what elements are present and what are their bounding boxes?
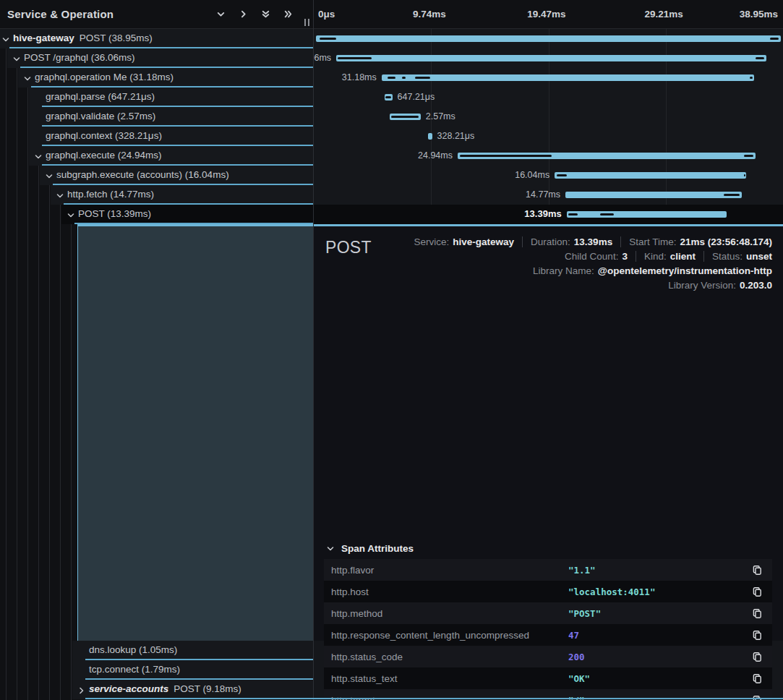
field-value: client bbox=[670, 251, 696, 262]
chevron-down-icon[interactable] bbox=[34, 151, 43, 160]
span-bar[interactable] bbox=[385, 94, 393, 101]
tree-row[interactable]: graphql.execute (24.94ms) bbox=[0, 146, 314, 166]
tree-row[interactable]: hive-gatewayPOST (38.95ms) bbox=[0, 29, 314, 48]
tree-row-label: graphql.parse (647.21μs) bbox=[46, 88, 155, 107]
copy-icon[interactable] bbox=[750, 628, 763, 641]
span-bar[interactable] bbox=[567, 211, 727, 218]
attribute-key: http.status_text bbox=[331, 673, 568, 684]
timeline-row[interactable] bbox=[314, 29, 783, 48]
trace-viewer: Service & Operation hive-gatewayPOST (38… bbox=[0, 0, 783, 700]
double-chevron-right-icon[interactable] bbox=[283, 9, 293, 20]
copy-icon[interactable] bbox=[750, 672, 763, 685]
attribute-key: http.status_code bbox=[331, 652, 568, 662]
span-bar[interactable] bbox=[316, 35, 781, 42]
tree-row[interactable]: POST /graphql (36.06ms) bbox=[0, 48, 314, 68]
copy-icon[interactable] bbox=[750, 607, 763, 620]
chevron-down-icon[interactable] bbox=[67, 210, 75, 218]
axis-tick-label: 19.47ms bbox=[527, 0, 565, 29]
chevron-down-icon bbox=[326, 545, 335, 553]
chevron-down-icon[interactable] bbox=[12, 54, 21, 62]
field-label: Duration: bbox=[531, 236, 570, 247]
field-label: Kind: bbox=[644, 251, 667, 262]
timeline-row[interactable]: 13.39ms bbox=[314, 205, 783, 224]
attribute-row: http.response_content_length_uncompresse… bbox=[324, 624, 772, 646]
timeline-row[interactable]: 14.77ms bbox=[314, 185, 783, 205]
tree-row[interactable]: graphql.context (328.21μs) bbox=[0, 127, 314, 146]
critical-path-mark bbox=[320, 38, 336, 40]
critical-path-mark bbox=[415, 77, 430, 79]
span-bar[interactable] bbox=[565, 192, 742, 198]
critical-path-mark bbox=[600, 213, 614, 215]
tree-row-label: POST (13.39ms) bbox=[78, 205, 151, 224]
tree-row[interactable]: dns.lookup (1.05ms) bbox=[0, 641, 314, 660]
attribute-row: http.flavor"1.1" bbox=[324, 559, 772, 581]
attribute-value: "POST" bbox=[568, 608, 750, 619]
tree-row[interactable]: service-accountsPOST (9.18ms) bbox=[0, 680, 314, 699]
service-name: hive-gateway bbox=[13, 33, 74, 43]
field-label: Library Version: bbox=[668, 280, 736, 291]
double-chevron-down-icon[interactable] bbox=[260, 9, 270, 20]
tree-row[interactable]: POST (13.39ms) bbox=[0, 205, 314, 224]
tree-row[interactable]: subgraph.execute (accounts) (16.04ms) bbox=[0, 166, 314, 185]
tree-row-label: graphql.operation Me (31.18ms) bbox=[35, 68, 174, 88]
critical-path-mark bbox=[744, 155, 753, 157]
tree-row[interactable]: tcp.connect (1.79ms) bbox=[0, 660, 314, 680]
field-divider bbox=[522, 236, 523, 247]
span-bar[interactable] bbox=[382, 74, 754, 81]
span-duration-label: 14.77ms bbox=[526, 185, 560, 205]
timeline-row[interactable]: 2.57ms bbox=[314, 107, 783, 127]
timeline-row[interactable]: 328.21μs bbox=[314, 127, 783, 146]
chevron-down-icon[interactable] bbox=[45, 171, 54, 179]
tree-row-label: hive-gatewayPOST (38.95ms) bbox=[13, 29, 153, 48]
field-divider bbox=[620, 236, 621, 247]
span-attributes-header[interactable]: Span Attributes bbox=[326, 543, 414, 554]
chevron-right-icon[interactable] bbox=[238, 9, 248, 20]
span-bar[interactable] bbox=[428, 133, 432, 140]
span-detail-title: POST bbox=[325, 238, 372, 257]
tree-row[interactable]: graphql.validate (2.57ms) bbox=[0, 107, 314, 127]
timeline-row[interactable]: 647.21μs bbox=[314, 88, 783, 107]
span-bar[interactable] bbox=[390, 114, 420, 120]
tree-row-label: graphql.context (328.21μs) bbox=[46, 127, 162, 146]
span-bar[interactable] bbox=[458, 153, 756, 159]
copy-icon[interactable] bbox=[750, 650, 763, 663]
chevron-down-icon[interactable] bbox=[215, 9, 226, 20]
chevron-right-icon[interactable] bbox=[77, 685, 86, 693]
span-duration-label: 24.94ms bbox=[418, 146, 453, 166]
span-detail-panel: POST Service:hive-gatewayDuration:13.39m… bbox=[314, 224, 783, 641]
attribute-value: "OK" bbox=[568, 673, 750, 684]
axis-tick-label: 38.95ms bbox=[740, 0, 778, 29]
field-label: Start Time: bbox=[629, 236, 676, 247]
tree-row-label: http.fetch (14.77ms) bbox=[67, 185, 154, 205]
critical-path-mark bbox=[402, 77, 406, 79]
tree-row-label: dns.lookup (1.05ms) bbox=[89, 641, 177, 660]
tree-row[interactable]: http.fetch (14.77ms) bbox=[0, 185, 314, 205]
chevron-down-icon[interactable] bbox=[56, 190, 64, 199]
tree-row-label: service-accountsPOST (9.18ms) bbox=[89, 680, 241, 699]
copy-icon[interactable] bbox=[750, 563, 763, 576]
timeline-row[interactable]: 16.04ms bbox=[314, 166, 783, 185]
tree-row[interactable]: graphql.operation Me (31.18ms) bbox=[0, 68, 314, 88]
field-divider bbox=[636, 251, 636, 262]
critical-path-mark bbox=[744, 174, 746, 176]
field-value: 3 bbox=[622, 251, 628, 262]
chevron-down-icon[interactable] bbox=[23, 73, 32, 82]
attribute-value: 47 bbox=[568, 630, 750, 641]
span-summary: Service:hive-gatewayDuration:13.39msStar… bbox=[414, 236, 772, 291]
span-bar[interactable] bbox=[555, 172, 746, 179]
critical-path-mark bbox=[460, 155, 552, 157]
panel-resize-grip[interactable] bbox=[304, 19, 309, 26]
attribute-row: http.status_code200 bbox=[324, 646, 772, 667]
axis-tick-label: 0μs bbox=[318, 0, 335, 29]
field-value: 21ms (23:56:48.174) bbox=[680, 236, 772, 247]
copy-icon[interactable] bbox=[750, 585, 763, 598]
panel-title: Service & Operation bbox=[7, 8, 114, 20]
span-bar[interactable] bbox=[336, 55, 766, 61]
timeline-row[interactable]: 31.18ms bbox=[314, 68, 783, 88]
chevron-down-icon[interactable] bbox=[1, 34, 10, 43]
span-summary-line: Child Count:3Kind:clientStatus:unset bbox=[565, 251, 772, 262]
timeline-row[interactable]: 24.94ms bbox=[314, 146, 783, 166]
span-attributes-table: http.flavor"1.1"http.host"localhost:4011… bbox=[324, 559, 772, 700]
tree-row[interactable]: graphql.parse (647.21μs) bbox=[0, 88, 314, 107]
timeline-row[interactable]: 36.06ms bbox=[314, 48, 783, 68]
